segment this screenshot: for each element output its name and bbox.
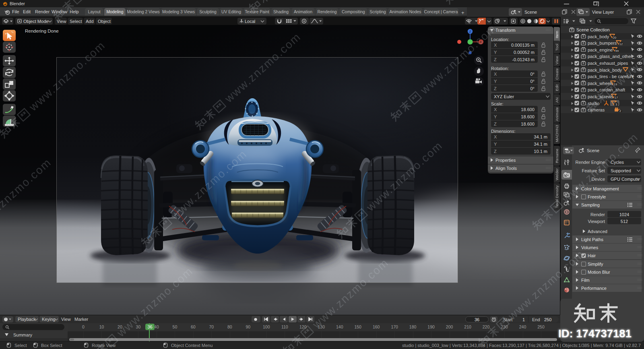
svg-text:ID: 174737181: ID: 174737181 bbox=[558, 327, 632, 340]
svg-text:99: 99 bbox=[615, 49, 619, 52]
svg-text:17: 17 bbox=[615, 96, 618, 99]
svg-text:3: 3 bbox=[615, 102, 617, 105]
svg-text:12: 12 bbox=[619, 42, 623, 45]
svg-text:2: 2 bbox=[619, 109, 621, 113]
svg-text:20: 20 bbox=[613, 35, 616, 39]
svg-text:19: 19 bbox=[614, 82, 617, 85]
